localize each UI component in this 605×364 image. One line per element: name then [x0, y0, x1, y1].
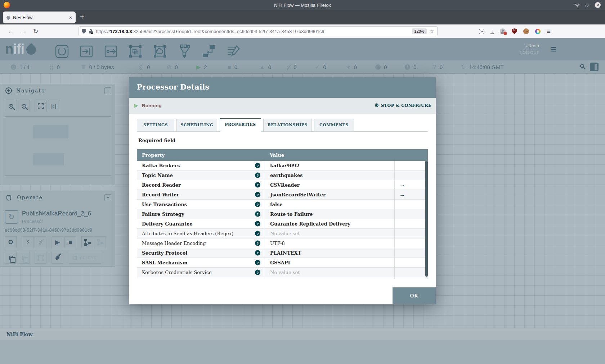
browser-tabbar: NiFi Flow × +	[0, 10, 605, 24]
running-status-label: Running	[142, 103, 162, 108]
property-row[interactable]: SASL Mechanism? GSSAPI	[137, 258, 428, 268]
property-name: Delivery Guarantee	[142, 221, 192, 227]
pocket-icon[interactable]	[479, 29, 484, 34]
minimize-icon[interactable]	[575, 3, 579, 6]
window-close-icon[interactable]: ✕	[595, 2, 601, 8]
property-value: No value set	[270, 231, 300, 236]
property-value: JsonRecordSetWriter	[270, 192, 326, 197]
menu-hamburger-icon[interactable]: ≡	[547, 27, 551, 35]
property-name: Attributes to Send as Headers (Regex)	[142, 231, 233, 236]
page-zoom-indicator[interactable]: 120%	[412, 28, 426, 34]
new-tab-button[interactable]: +	[80, 13, 84, 21]
nifi-favicon-icon	[6, 15, 11, 20]
window-title: NiFi Flow — Mozilla Firefox	[0, 3, 605, 8]
property-value: earthquakes	[270, 173, 303, 178]
property-name: SASL Mechanism	[142, 260, 187, 265]
maximize-icon[interactable]: ◇	[585, 3, 588, 8]
property-row[interactable]: Security Protocol? PLAINTEXT	[137, 248, 428, 258]
help-icon[interactable]: ?	[255, 182, 260, 188]
dialog-tabs: SETTINGS SCHEDULING PROPERTIES RELATIONS…	[137, 118, 428, 132]
tab-properties[interactable]: PROPERTIES	[220, 118, 261, 132]
dialog-header: Processor Details	[129, 77, 436, 98]
url-bar[interactable]: https://172.18.0.3:32558/nifi/?processGr…	[79, 26, 438, 36]
help-icon[interactable]: ?	[255, 270, 260, 275]
help-icon[interactable]: ?	[255, 260, 260, 265]
help-icon[interactable]: ?	[255, 221, 260, 227]
dialog-title: Processor Details	[137, 83, 209, 91]
stop-and-configure-button[interactable]: ⚙ STOP & CONFIGURE	[374, 103, 431, 108]
browser-tab[interactable]: NiFi Flow ×	[3, 12, 76, 23]
help-icon[interactable]: ?	[255, 250, 260, 256]
property-value: false	[270, 202, 283, 207]
go-to-service-icon[interactable]: →	[399, 191, 405, 198]
properties-table-body: Kafka Brokers? kafka:9092 Topic Name? ea…	[137, 161, 428, 279]
property-row[interactable]: Kerberos Credentials Service? No value s…	[137, 268, 428, 277]
property-row[interactable]: Record Writer? JsonRecordSetWriter →	[137, 190, 428, 200]
tab-comments[interactable]: COMMENTS	[314, 119, 354, 132]
property-row[interactable]: Record Reader? CSVReader →	[137, 180, 428, 190]
property-row[interactable]: Message Header Encoding? UTF-8	[137, 238, 428, 248]
ublock-shield-icon[interactable]: U	[512, 28, 517, 34]
running-status-icon: ▶	[134, 103, 138, 108]
property-value: No value set	[270, 270, 300, 275]
processor-details-dialog: Processor Details ▶ Running ⚙ STOP & CON…	[129, 77, 436, 304]
back-button[interactable]: ←	[8, 28, 14, 35]
extension-avatar-icon[interactable]	[500, 28, 506, 34]
colorful-extension-icon[interactable]	[535, 29, 541, 34]
property-name: Kerberos Credentials Service	[142, 270, 212, 275]
property-row[interactable]: Attributes to Send as Headers (Regex)? N…	[137, 229, 428, 238]
tab-close-icon[interactable]: ×	[69, 15, 72, 21]
property-value: kafka:9092	[270, 163, 299, 168]
stop-configure-icon: ⚙	[374, 103, 379, 108]
table-scrollbar[interactable]	[425, 161, 428, 279]
help-icon[interactable]: ?	[255, 192, 260, 197]
help-icon[interactable]: ?	[255, 173, 260, 178]
property-value: GSSAPI	[270, 260, 290, 265]
forward-button[interactable]: →	[21, 28, 27, 35]
value-column-header: Value	[265, 149, 394, 161]
cookie-extension-icon[interactable]	[523, 28, 529, 34]
window-titlebar: NiFi Flow — Mozilla Firefox ◇ ✕	[0, 0, 605, 10]
reload-button[interactable]: ↻	[33, 28, 38, 35]
tab-relationships[interactable]: RELATIONSHIPS	[263, 119, 312, 132]
property-row-partial[interactable]: Kerberos Service Name? No value set	[137, 277, 428, 279]
help-icon[interactable]: ?	[255, 241, 260, 246]
property-name: Use Transactions	[142, 202, 187, 207]
security-warning-icon	[91, 32, 94, 34]
help-icon[interactable]: ?	[255, 163, 260, 168]
property-row[interactable]: Topic Name? earthquakes	[137, 170, 428, 180]
help-icon[interactable]: ?	[255, 211, 260, 217]
property-value: Route to Failure	[270, 211, 313, 217]
property-name: Message Header Encoding	[142, 241, 206, 246]
properties-table-header: Property Value	[137, 149, 428, 161]
property-name: Record Reader	[142, 182, 181, 188]
help-icon[interactable]: ?	[255, 231, 260, 236]
downloads-icon[interactable]: ↓	[490, 29, 494, 34]
property-value: Guarantee Replicated Delivery	[270, 221, 350, 227]
firefox-logo-icon	[4, 2, 10, 8]
property-value: PLAINTEXT	[270, 250, 301, 256]
help-icon[interactable]: ?	[255, 202, 260, 207]
connection-lock-icon[interactable]	[89, 29, 93, 34]
property-row[interactable]: Delivery Guarantee? Guarantee Replicated…	[137, 219, 428, 229]
property-name: Failure Strategy	[142, 211, 184, 217]
go-to-service-icon[interactable]: →	[399, 182, 405, 188]
screen: NiFi Flow — Mozilla Firefox ◇ ✕ NiFi Flo…	[0, 0, 605, 364]
property-row[interactable]: Use Transactions? false	[137, 200, 428, 209]
property-name: Record Writer	[142, 192, 179, 197]
property-row[interactable]: Failure Strategy? Route to Failure	[137, 209, 428, 219]
browser-navbar: ← → ↻ https://172.18.0.3:32558/nifi/?pro…	[0, 24, 605, 38]
property-name: Kafka Brokers	[142, 163, 180, 168]
table-scrollbar-thumb[interactable]	[425, 161, 428, 277]
property-value: CSVReader	[270, 182, 300, 188]
property-value: UTF-8	[270, 241, 285, 246]
property-row[interactable]: Kafka Brokers? kafka:9092	[137, 161, 428, 170]
tab-settings[interactable]: SETTINGS	[137, 119, 174, 132]
property-name: Security Protocol	[142, 250, 187, 256]
extension-badge-icon	[504, 32, 507, 35]
ok-button[interactable]: OK	[393, 287, 436, 304]
bookmark-star-icon[interactable]: ☆	[430, 28, 434, 35]
url-text: https://172.18.0.3:32558/nifi/?processGr…	[96, 29, 409, 34]
tab-scheduling[interactable]: SCHEDULING	[176, 119, 217, 132]
tracking-protection-shield-icon[interactable]	[82, 29, 86, 34]
